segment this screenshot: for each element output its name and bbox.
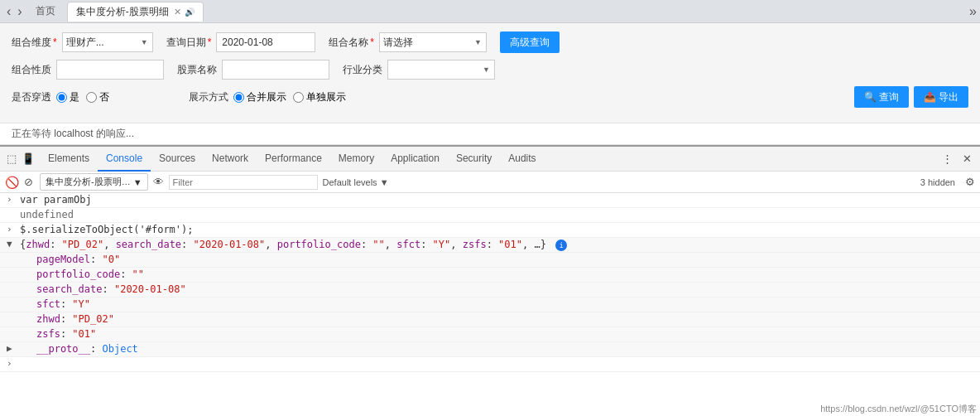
radio-group-display: 合并展示 单独展示 <box>233 90 346 104</box>
proto-expand-arrow[interactable]: ▶ <box>7 343 15 354</box>
select-industry[interactable] <box>387 60 495 80</box>
console-context-label: 集中度分析-股票明… <box>46 176 131 188</box>
tab-audio-icon: 🔊 <box>185 7 195 17</box>
tab-close-icon[interactable]: ✕ <box>174 7 181 17</box>
export-button[interactable]: 📤 导出 <box>914 86 968 108</box>
radio-group-through: 是 否 <box>56 90 109 104</box>
console-arrow-3[interactable]: › <box>7 224 15 235</box>
console-arrow-1[interactable]: › <box>7 194 15 205</box>
field-group-display: 展示方式 合并展示 单独展示 <box>189 90 346 104</box>
console-context-selector[interactable]: 集中度分析-股票明… ▼ <box>40 173 148 191</box>
form-row-2: 组合性质 股票名称 行业分类 <box>12 60 968 80</box>
browser-tab-bar: ‹ › 首页 集中度分析-股票明细 ✕ 🔊 » <box>0 0 980 23</box>
console-line-1: › var paramObj <box>0 193 980 208</box>
devtools-icon-group: ⬚ 📱 <box>5 152 35 166</box>
radio-merge[interactable]: 合并展示 <box>233 90 286 104</box>
label-stock-name: 股票名称 <box>177 63 217 77</box>
advanced-query-button[interactable]: 高级查询 <box>500 31 560 53</box>
more-options-icon[interactable]: ⋮ <box>939 151 955 167</box>
tab-console[interactable]: Console <box>98 147 151 172</box>
close-devtools-icon[interactable]: ✕ <box>958 151 975 167</box>
select-wrapper-portfolio: 请选择 <box>379 32 487 52</box>
console-levels-dropdown[interactable]: Default levels ▼ <box>323 177 389 187</box>
console-settings-icon[interactable]: ⚙ <box>965 176 975 188</box>
forward-button[interactable]: › <box>14 4 25 19</box>
input-nature[interactable] <box>56 60 164 80</box>
tab-sources[interactable]: Sources <box>151 147 204 172</box>
hidden-count: 3 hidden <box>915 177 960 187</box>
console-expand-arrow[interactable]: ▼ <box>7 239 15 249</box>
console-cursor-line[interactable]: › <box>0 357 980 372</box>
console-prop-portfolio-code: portfolio_code: "" <box>0 268 980 283</box>
proto-link[interactable]: Object <box>102 343 137 355</box>
chevron-down-icon: ▼ <box>133 177 142 187</box>
browser-tab-home[interactable]: 首页 <box>27 2 64 22</box>
select-portfolio[interactable]: 请选择 <box>379 32 487 52</box>
console-toolbar: 🚫 ⊘ 集中度分析-股票明… ▼ 👁 Default levels ▼ 3 hi… <box>0 172 980 193</box>
tab-network[interactable]: Network <box>204 147 257 172</box>
select-wrapper-industry <box>387 60 495 80</box>
tab-memory[interactable]: Memory <box>330 147 382 172</box>
input-date[interactable] <box>216 32 315 52</box>
console-entry-3: $.serializeToObject('#form'); <box>20 224 973 235</box>
tabs-more-icon[interactable]: » <box>969 4 977 19</box>
devtools-panel: ⬚ 📱 Elements Console Sources Network Per… <box>0 145 980 389</box>
devtools-actions: ⋮ ✕ <box>939 151 975 167</box>
select-wrapper-zhwd: 理财产... <box>62 32 153 52</box>
console-filter-icon[interactable]: ⊘ <box>22 176 35 189</box>
label-through: 是否穿透 <box>12 90 51 104</box>
query-button[interactable]: 🔍 查询 <box>854 86 909 108</box>
console-prop-proto: ▶ __proto__: Object <box>0 342 980 357</box>
device-toolbar-icon[interactable]: 📱 <box>22 152 35 166</box>
back-button[interactable]: ‹ <box>3 4 14 19</box>
form-row-3: 是否穿透 是 否 展示方式 合并展示 <box>12 86 968 108</box>
console-line-2: undefined <box>0 208 980 223</box>
form-area: 组合维度 理财产... 查询日期 组合名称 请选择 高级查询 组合性质 <box>0 23 980 123</box>
console-prop-sfct: sfct: "Y" <box>0 297 980 312</box>
console-filter-input[interactable] <box>169 175 318 190</box>
tab-analysis-label: 集中度分析-股票明细 <box>76 5 169 19</box>
console-entry-1: var paramObj <box>20 194 973 206</box>
field-group-stock-name: 股票名称 <box>177 60 329 80</box>
radio-single[interactable]: 单独展示 <box>293 90 346 104</box>
console-entry-4: {zhwd: "PD_02", search_date: "2020-01-08… <box>20 239 973 251</box>
tab-application[interactable]: Application <box>382 147 448 172</box>
radio-no[interactable]: 否 <box>86 90 109 104</box>
devtools-toolbar: ⬚ 📱 Elements Console Sources Network Per… <box>0 147 980 172</box>
field-group-nature: 组合性质 <box>12 60 164 80</box>
tab-performance[interactable]: Performance <box>257 147 330 172</box>
action-buttons: 🔍 查询 📤 导出 <box>854 86 968 108</box>
status-text: 正在等待 localhost 的响应... <box>12 128 134 139</box>
object-info-icon[interactable]: i <box>555 239 567 251</box>
form-row-1: 组合维度 理财产... 查询日期 组合名称 请选择 高级查询 <box>12 31 968 53</box>
tab-home-label: 首页 <box>36 4 55 18</box>
console-line-4: ▼ {zhwd: "PD_02", search_date: "2020-01-… <box>0 238 980 253</box>
label-zhwd: 组合维度 <box>12 36 57 50</box>
tab-security[interactable]: Security <box>448 147 500 172</box>
browser-tab-analysis[interactable]: 集中度分析-股票明细 ✕ 🔊 <box>67 2 204 22</box>
tab-elements[interactable]: Elements <box>40 147 98 172</box>
console-prop-zsfs: zsfs: "01" <box>0 327 980 342</box>
console-line-3: › $.serializeToObject('#form'); <box>0 223 980 238</box>
radio-yes[interactable]: 是 <box>56 90 79 104</box>
field-group-industry: 行业分类 <box>343 60 495 80</box>
clear-console-icon[interactable]: 🚫 <box>5 176 18 189</box>
select-zhwd[interactable]: 理财产... <box>62 32 153 52</box>
tab-audits[interactable]: Audits <box>500 147 544 172</box>
field-group-through: 是否穿透 是 否 <box>12 90 109 104</box>
label-display: 展示方式 <box>189 90 228 104</box>
console-content: › var paramObj undefined › $.serializeTo… <box>0 193 980 389</box>
inspect-element-icon[interactable]: ⬚ <box>5 152 18 166</box>
console-prop-pagemodel: pageModel: "0" <box>0 253 980 268</box>
console-prop-search-date: search_date: "2020-01-08" <box>0 283 980 297</box>
footer-url: https://blog.csdn.net/wzl/@51CTO博客 <box>817 402 980 416</box>
label-nature: 组合性质 <box>12 63 51 77</box>
label-portfolio-name: 组合名称 <box>329 36 374 50</box>
input-stock-name[interactable] <box>222 60 329 80</box>
eye-icon[interactable]: 👁 <box>153 176 164 188</box>
field-group-portfolio-name: 组合名称 请选择 <box>329 32 487 52</box>
export-icon: 📤 <box>924 91 936 103</box>
console-arrow-2 <box>7 209 15 220</box>
field-group-date: 查询日期 <box>166 32 316 52</box>
search-icon: 🔍 <box>864 91 877 103</box>
